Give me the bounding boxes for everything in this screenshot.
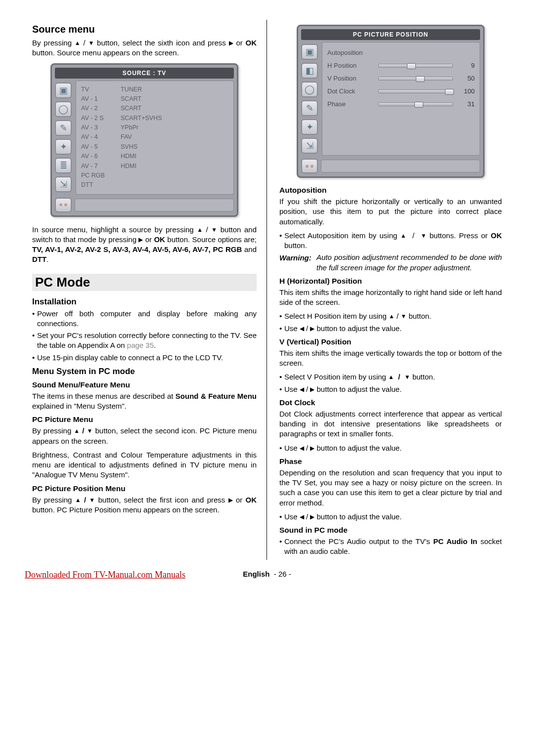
right-icon: ▶: [228, 496, 233, 504]
source-row: PC RGB: [81, 171, 228, 180]
right-icon: ▶: [310, 513, 314, 521]
osd-title: PC PICTURE POSITION: [301, 29, 480, 40]
osd-icon-source: ⇲: [55, 176, 72, 192]
pp-row: V Position50: [327, 72, 475, 85]
down-icon: ▼: [400, 312, 406, 320]
list-v-position: Select V Position item by using ▲ / ▼ bu…: [279, 372, 502, 394]
osd-icon-sound: ◯: [55, 101, 72, 117]
osd-footer-icon: ∘∘: [55, 198, 72, 212]
footer-language: English: [243, 570, 269, 578]
heading-pc-picture: PC Picture Menu: [32, 415, 257, 424]
osd-icon-source: ⇲: [301, 138, 318, 154]
para-dot-clock: Dot Clock adjustments correct interferen…: [279, 409, 502, 439]
heading-dot-clock: Dot Clock: [279, 398, 502, 407]
osd-icon-picture: ◧: [301, 63, 318, 79]
osd-title: SOURCE : TV: [55, 68, 234, 79]
list-item: Power off both computer and display befo…: [32, 309, 257, 329]
heading-pc-picture-position: PC Picture Position Menu: [32, 484, 257, 493]
right-icon: ▶: [229, 39, 233, 47]
right-column: PC PICTURE POSITION ▣ ◧ ◯ ✎ ✦ ⇲ Autoposi…: [267, 20, 509, 560]
right-icon: ▶: [310, 385, 314, 393]
figure-pc-picture-position: PC PICTURE POSITION ▣ ◧ ◯ ✎ ✦ ⇲ Autoposi…: [297, 25, 485, 178]
osd-icon-strip: ▣ ◧ ◯ ✎ ✦ ⇲: [301, 42, 322, 156]
left-icon: ◀: [300, 385, 304, 393]
osd-source-list: TVTUNERAV - 1SCARTAV - 2SCARTAV - 2 SSCA…: [76, 81, 234, 195]
heading-menu-system: Menu System in PC mode: [32, 367, 257, 377]
para-sound-feature: The items in these menus are described a…: [32, 391, 257, 412]
source-row: AV - 2SCART: [81, 104, 228, 113]
para-autoposition: If you shift the picture horizontally or…: [279, 197, 502, 227]
up-icon: ▲: [389, 312, 395, 320]
heading-v-position: V (Vertical) Position: [279, 337, 502, 346]
heading-pc-mode: PC Mode: [32, 274, 257, 291]
list-h-position: Select H Position item by using ▲ / ▼ bu…: [279, 311, 502, 334]
down-icon: ▼: [211, 226, 217, 234]
osd-icon-picture: ▣: [55, 83, 72, 98]
heading-sound-feature: Sound Menu/Feature Menu: [32, 380, 257, 389]
para-source-explain: In source menu, highlight a source by pr…: [32, 225, 257, 265]
list-item: Use ◀ / ▶ button to adjust the value.: [279, 324, 502, 334]
list-sound-pc: Connect the PC's Audio output to the TV'…: [279, 537, 502, 557]
osd-pp-list: AutopositionH Position9V Position50Dot C…: [322, 42, 480, 156]
left-icon: ◀: [300, 325, 304, 333]
osd-icon-program: ≣: [55, 158, 72, 173]
slider: [378, 77, 453, 81]
source-row: TVTUNER: [81, 85, 228, 94]
up-icon: ▲: [197, 226, 203, 234]
source-row: AV - 7HDMI: [81, 162, 228, 171]
source-row: AV - 2 SSCART+SVHS: [81, 114, 228, 123]
page-footer: Downloaded From TV-Manual.com Manuals En…: [25, 570, 509, 578]
osd-panel: SOURCE : TV ▣ ◯ ✎ ✦ ≣ ⇲ TVTUNERAV - 1SCA…: [50, 63, 238, 217]
osd-footer-bar: [75, 199, 234, 211]
heading-installation: Installation: [32, 297, 257, 307]
osd-icon-install: ✦: [301, 119, 318, 135]
para-pc-picture-2: Brightness, Contrast and Colour Temperat…: [32, 450, 257, 480]
footer-page-number: - 26 -: [274, 570, 291, 578]
figure-source-menu: SOURCE : TV ▣ ◯ ✎ ✦ ≣ ⇲ TVTUNERAV - 1SCA…: [50, 63, 238, 217]
heading-sound-pc: Sound in PC mode: [279, 526, 502, 535]
page-columns: Source menu By pressing ▲ / ▼ button, se…: [25, 20, 509, 560]
osd-footer-bar: [321, 160, 480, 172]
slider: [378, 64, 453, 68]
source-row: AV - 1SCART: [81, 94, 228, 104]
osd-icon-feature: ✎: [55, 120, 72, 136]
osd-panel: PC PICTURE POSITION ▣ ◧ ◯ ✎ ✦ ⇲ Autoposi…: [297, 25, 485, 178]
list-item: Connect the PC's Audio output to the TV'…: [279, 537, 502, 557]
down-icon: ▼: [89, 496, 95, 504]
para-pc-picture-1: By pressing ▲ / ▼ button, select the sec…: [32, 426, 257, 446]
osd-icon-strip: ▣ ◯ ✎ ✦ ≣ ⇲: [55, 81, 76, 195]
right-icon: ▶: [310, 444, 314, 452]
list-installation: Power off both computer and display befo…: [32, 309, 257, 363]
list-item: Select H Position item by using ▲ / ▼ bu…: [279, 311, 502, 321]
osd-icon-feature: ✎: [301, 100, 318, 116]
up-icon: ▲: [75, 39, 81, 47]
down-icon: ▼: [404, 373, 410, 381]
left-column: Source menu By pressing ▲ / ▼ button, se…: [25, 20, 267, 560]
para-source-intro: By pressing ▲ / ▼ button, select the six…: [32, 38, 257, 58]
list-item: Use ◀ / ▶ button to adjust the value.: [279, 384, 502, 394]
source-row: AV - 5SVHS: [81, 142, 228, 152]
list-item: Use 15-pin display cable to connect a PC…: [32, 353, 257, 363]
pp-row: Dot Clock100: [327, 85, 475, 98]
list-dot-clock: Use ◀ / ▶ button to adjust the value.: [279, 443, 502, 453]
down-icon: ▼: [421, 232, 427, 240]
pp-row: Phase31: [327, 98, 475, 111]
footer-download-link[interactable]: Downloaded From TV-Manual.com Manuals: [25, 570, 185, 580]
pp-row: H Position9: [327, 59, 475, 72]
down-icon: ▼: [87, 427, 93, 435]
slider: [378, 89, 453, 93]
heading-h-position: H (Horizontal) Position: [279, 277, 502, 286]
up-icon: ▲: [75, 496, 81, 504]
list-item: Use ◀ / ▶ button to adjust the value.: [279, 443, 502, 453]
para-v-position: This item shifts the image vertically to…: [279, 348, 502, 369]
source-row: AV - 3YPbPr: [81, 123, 228, 132]
osd-icon-position: ▣: [301, 44, 318, 60]
up-icon: ▲: [388, 373, 394, 381]
list-item: Select Autoposition item by using ▲ / ▼ …: [279, 231, 502, 251]
down-icon: ▼: [88, 39, 94, 47]
heading-source-menu: Source menu: [32, 24, 257, 35]
heading-phase: Phase: [279, 457, 502, 466]
source-row: AV - 4FAV: [81, 132, 228, 142]
para-pc-picture-position: By pressing ▲ / ▼ button, select the fir…: [32, 495, 257, 515]
source-row: AV - 6HDMI: [81, 152, 228, 161]
